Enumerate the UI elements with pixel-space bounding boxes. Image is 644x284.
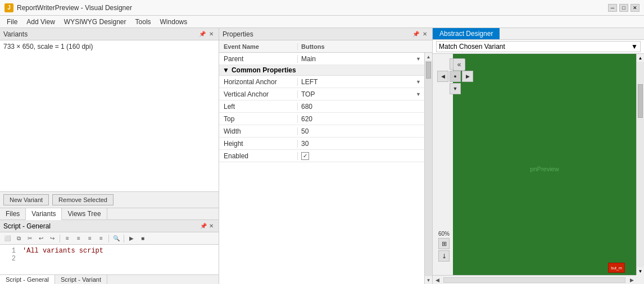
nav-center-button[interactable]: ● xyxy=(450,71,461,82)
properties-panel: Properties 📌 ✕ Event Name Buttons Parent… xyxy=(219,28,433,284)
props-scroll-down-btn[interactable]: ▼ xyxy=(425,276,432,284)
script-tab-variant[interactable]: Script - Variant xyxy=(55,275,107,284)
prop-row-height[interactable]: Height 30 xyxy=(219,138,424,150)
prop-name-parent: Parent xyxy=(219,55,298,63)
prop-value-height: 30 xyxy=(298,140,424,148)
prop-row-top[interactable]: Top 620 xyxy=(219,113,424,125)
script-tabs-row: Script - General Script - Variant xyxy=(0,274,219,284)
prop-value-width: 50 xyxy=(298,127,424,135)
new-variant-button[interactable]: New Variant xyxy=(3,194,49,205)
minimize-button[interactable]: ─ xyxy=(608,4,617,12)
window-controls: ─ □ ✕ xyxy=(608,4,640,12)
zoom-area: 60% ⊞ ⤓ xyxy=(438,231,450,262)
nav-left-button[interactable]: ◀ xyxy=(437,71,448,82)
toolbar-align-left-icon[interactable]: ≡ xyxy=(62,233,72,244)
script-close-icon[interactable]: ✕ xyxy=(207,222,215,230)
properties-pin-icon[interactable]: 📌 xyxy=(412,30,420,38)
menu-windows[interactable]: Windows xyxy=(156,17,192,27)
designer-panel: Abstract Designer Match Chosen Variant ▼… xyxy=(433,28,644,284)
properties-table-container: Parent Main ▼ ▼ Common Properties Horizo… xyxy=(219,53,432,284)
app-icon: J xyxy=(4,3,13,12)
line-number-2: 2 xyxy=(4,255,16,263)
canvas-preview-label: pnPreview xyxy=(530,166,559,172)
menu-bar: File Add View WYSIWYG Designer Tools Win… xyxy=(0,16,644,28)
vscroll-up-btn[interactable]: ▲ xyxy=(637,54,644,62)
title-bar: J ReportWriterPreview - Visual Designer … xyxy=(0,0,644,16)
vscroll-down-btn[interactable]: ▼ xyxy=(637,267,644,275)
toolbar-stop-icon[interactable]: ■ xyxy=(138,233,148,244)
menu-file[interactable]: File xyxy=(2,17,22,27)
prop-value-top: 620 xyxy=(298,115,424,123)
hscroll-right-btn[interactable]: ▶ xyxy=(627,276,636,285)
toolbar-new-icon[interactable]: ⬜ xyxy=(2,233,12,244)
toolbar-cut-icon[interactable]: ✂ xyxy=(25,233,35,244)
maximize-button[interactable]: □ xyxy=(619,4,628,12)
script-tab-general[interactable]: Script - General xyxy=(0,275,55,284)
tab-variants[interactable]: Variants xyxy=(26,208,62,220)
nav-down-button[interactable]: ▼ xyxy=(450,83,461,94)
tab-views-tree[interactable]: Views Tree xyxy=(62,208,107,219)
variants-close-icon[interactable]: ✕ xyxy=(207,30,215,38)
prop-name-height: Height xyxy=(219,140,298,148)
properties-scrollbar: ▲ ▼ xyxy=(424,53,432,284)
nav-row-middle: ◀ ● ▶ xyxy=(437,71,473,82)
variants-title: Variants xyxy=(3,30,198,38)
toolbar-copy-icon[interactable]: ⧉ xyxy=(13,233,24,244)
menu-wysiwyg-designer[interactable]: WYSIWYG Designer xyxy=(60,17,131,27)
toolbar-undo-icon[interactable]: ↩ xyxy=(36,233,46,244)
back-button[interactable]: « xyxy=(453,58,465,71)
menu-tools[interactable]: Tools xyxy=(131,17,156,27)
prop-row-parent[interactable]: Parent Main ▼ xyxy=(219,53,424,65)
prop-column-headers: Event Name Buttons xyxy=(219,40,432,53)
nav-row-bottom: ▼ xyxy=(450,83,461,94)
tab-files[interactable]: Files xyxy=(0,208,26,219)
toolbar-outdent-icon[interactable]: ≡ xyxy=(74,233,84,244)
script-pin-icon[interactable]: 📌 xyxy=(199,222,207,230)
toolbar-redo-icon[interactable]: ↪ xyxy=(47,233,57,244)
script-panel: Script - General 📌 ✕ ⬜ ⧉ ✂ ↩ ↪ ≡ ≡ ≡ ≡ 🔍… xyxy=(0,220,219,284)
prop-vert-anchor-dropdown-icon[interactable]: ▼ xyxy=(416,91,421,97)
designer-content: ▲ ◀ ● ▶ ▼ « ▲ ▼ xyxy=(433,54,644,284)
properties-header: Properties 📌 ✕ xyxy=(219,28,432,40)
close-button[interactable]: ✕ xyxy=(631,4,640,12)
enabled-checkbox[interactable]: ✓ xyxy=(301,152,309,160)
nav-right-button[interactable]: ▶ xyxy=(462,71,473,82)
prop-name-vert-anchor: Vertical Anchor xyxy=(219,90,298,98)
prop-row-enabled[interactable]: Enabled ✓ xyxy=(219,150,424,162)
toolbar-align-right-icon[interactable]: ≡ xyxy=(96,233,106,244)
prop-parent-dropdown-icon[interactable]: ▼ xyxy=(416,56,421,62)
green-canvas: pnPreview but_m xyxy=(453,54,636,284)
prop-row-left[interactable]: Left 680 xyxy=(219,100,424,113)
script-content[interactable]: 1 'All variants script 2 xyxy=(0,245,219,274)
menu-add-view[interactable]: Add View xyxy=(22,17,59,27)
back-btn-container: « xyxy=(453,58,465,71)
vscroll-thumb[interactable] xyxy=(638,84,643,118)
prop-row-horiz-anchor[interactable]: Horizontal Anchor LEFT ▼ xyxy=(219,76,424,88)
zoom-reset-button[interactable]: ⤓ xyxy=(438,250,450,262)
variant-select[interactable]: Match Chosen Variant ▼ xyxy=(436,41,641,52)
toolbar-run-icon[interactable]: ▶ xyxy=(126,233,137,244)
props-scroll-thumb[interactable] xyxy=(426,62,431,79)
properties-close-icon[interactable]: ✕ xyxy=(421,30,429,38)
zoom-fit-button[interactable]: ⊞ xyxy=(438,238,450,249)
prop-value-left: 680 xyxy=(298,103,424,111)
toolbar-sep3 xyxy=(124,235,124,242)
designer-tab-abstract[interactable]: Abstract Designer xyxy=(433,28,500,39)
toolbar-indent-icon[interactable]: ≡ xyxy=(85,233,95,244)
props-scroll-up-btn[interactable]: ▲ xyxy=(425,53,432,61)
vscroll-track xyxy=(637,62,644,267)
prop-row-vert-anchor[interactable]: Vertical Anchor TOP ▼ xyxy=(219,88,424,100)
prop-horiz-anchor-dropdown-icon[interactable]: ▼ xyxy=(416,79,421,85)
toolbar-search-icon[interactable]: 🔍 xyxy=(111,233,121,244)
variants-content: 733 × 650, scale = 1 (160 dpi) xyxy=(0,40,219,192)
prop-col-event: Event Name xyxy=(219,43,298,50)
variants-pin-icon[interactable]: 📌 xyxy=(198,30,206,38)
remove-selected-button[interactable]: Remove Selected xyxy=(52,194,114,205)
canvas-button-element[interactable]: but_m xyxy=(608,263,625,273)
prop-name-horiz-anchor: Horizontal Anchor xyxy=(219,78,298,86)
script-line-1: 1 'All variants script xyxy=(4,247,214,255)
hscroll-track xyxy=(443,277,625,283)
designer-vscrollbar: ▲ ▼ xyxy=(636,54,644,275)
hscroll-left-btn[interactable]: ◀ xyxy=(433,276,442,285)
prop-row-width[interactable]: Width 50 xyxy=(219,125,424,138)
